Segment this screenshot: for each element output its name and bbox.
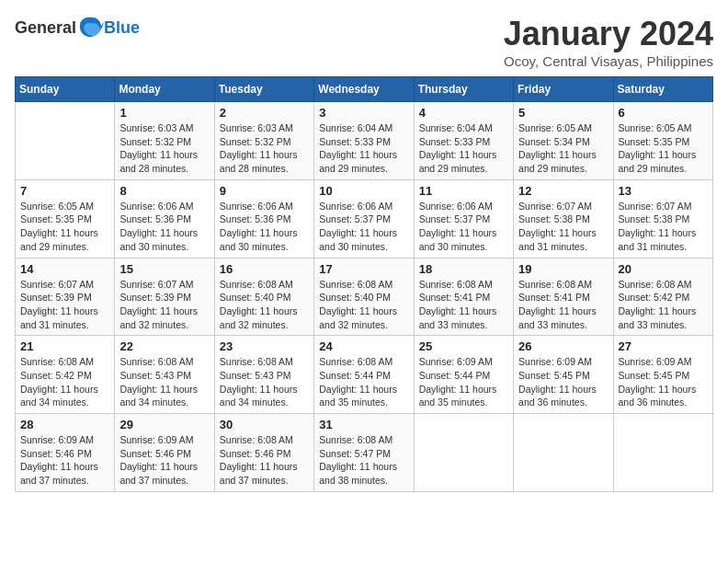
day-number: 18: [419, 262, 508, 276]
table-row: 22 Sunrise: 6:08 AMSunset: 5:43 PMDaylig…: [115, 336, 214, 414]
day-detail: Sunrise: 6:05 AMSunset: 5:35 PMDaylight:…: [20, 201, 98, 252]
logo-icon: [78, 15, 104, 40]
day-number: 23: [220, 339, 309, 353]
table-row: 6 Sunrise: 6:05 AMSunset: 5:35 PMDayligh…: [613, 102, 712, 180]
day-detail: Sunrise: 6:08 AMSunset: 5:41 PMDaylight:…: [518, 279, 597, 330]
table-row: 28 Sunrise: 6:09 AMSunset: 5:46 PMDaylig…: [16, 414, 115, 492]
table-row: 4 Sunrise: 6:04 AMSunset: 5:33 PMDayligh…: [414, 102, 513, 180]
col-friday: Friday: [514, 77, 613, 102]
day-detail: Sunrise: 6:07 AMSunset: 5:39 PMDaylight:…: [119, 279, 198, 330]
table-row: [16, 102, 115, 180]
logo-text-blue: Blue: [104, 18, 140, 38]
table-row: 3 Sunrise: 6:04 AMSunset: 5:33 PMDayligh…: [314, 102, 414, 180]
logo-text-general: General: [15, 18, 76, 38]
day-detail: Sunrise: 6:08 AMSunset: 5:41 PMDaylight:…: [419, 279, 497, 330]
day-number: 31: [319, 418, 408, 431]
table-row: [613, 414, 712, 492]
table-row: 19 Sunrise: 6:08 AMSunset: 5:41 PMDaylig…: [514, 258, 613, 336]
day-number: 15: [119, 262, 209, 276]
calendar-week-row: 7 Sunrise: 6:05 AMSunset: 5:35 PMDayligh…: [16, 179, 713, 258]
table-row: 27 Sunrise: 6:09 AMSunset: 5:45 PMDaylig…: [613, 336, 712, 414]
table-row: 10 Sunrise: 6:06 AMSunset: 5:37 PMDaylig…: [314, 179, 414, 258]
header: General Blue January 2024 Ocoy, Central …: [15, 15, 713, 69]
day-detail: Sunrise: 6:09 AMSunset: 5:46 PMDaylight:…: [119, 434, 198, 486]
day-number: 11: [419, 184, 508, 198]
day-detail: Sunrise: 6:06 AMSunset: 5:37 PMDaylight:…: [319, 201, 397, 252]
day-number: 14: [20, 262, 109, 276]
day-detail: Sunrise: 6:08 AMSunset: 5:43 PMDaylight:…: [220, 356, 298, 408]
day-number: 7: [20, 184, 109, 198]
table-row: 23 Sunrise: 6:08 AMSunset: 5:43 PMDaylig…: [214, 336, 313, 414]
day-detail: Sunrise: 6:06 AMSunset: 5:37 PMDaylight:…: [419, 201, 497, 252]
table-row: 20 Sunrise: 6:08 AMSunset: 5:42 PMDaylig…: [613, 258, 712, 336]
location-subtitle: Ocoy, Central Visayas, Philippines: [504, 53, 713, 69]
table-row: 11 Sunrise: 6:06 AMSunset: 5:37 PMDaylig…: [414, 179, 513, 258]
day-detail: Sunrise: 6:05 AMSunset: 5:35 PMDaylight:…: [619, 122, 697, 174]
month-title: January 2024: [504, 15, 713, 53]
table-row: [514, 414, 613, 492]
table-row: 2 Sunrise: 6:03 AMSunset: 5:32 PMDayligh…: [214, 102, 313, 180]
day-detail: Sunrise: 6:08 AMSunset: 5:46 PMDaylight:…: [220, 434, 298, 486]
table-row: 16 Sunrise: 6:08 AMSunset: 5:40 PMDaylig…: [214, 258, 313, 336]
day-detail: Sunrise: 6:07 AMSunset: 5:38 PMDaylight:…: [619, 201, 697, 252]
day-detail: Sunrise: 6:08 AMSunset: 5:43 PMDaylight:…: [119, 356, 198, 408]
col-tuesday: Tuesday: [214, 77, 313, 102]
calendar-week-row: 14 Sunrise: 6:07 AMSunset: 5:39 PMDaylig…: [16, 258, 713, 336]
table-row: 30 Sunrise: 6:08 AMSunset: 5:46 PMDaylig…: [214, 414, 313, 492]
table-row: [414, 414, 513, 492]
calendar-header-row: Sunday Monday Tuesday Wednesday Thursday…: [16, 77, 713, 102]
col-sunday: Sunday: [16, 77, 115, 102]
day-detail: Sunrise: 6:09 AMSunset: 5:44 PMDaylight:…: [419, 356, 497, 408]
day-number: 27: [619, 339, 708, 353]
day-number: 17: [319, 262, 408, 276]
calendar-week-row: 21 Sunrise: 6:08 AMSunset: 5:42 PMDaylig…: [16, 336, 713, 414]
calendar-week-row: 28 Sunrise: 6:09 AMSunset: 5:46 PMDaylig…: [16, 414, 713, 492]
day-detail: Sunrise: 6:04 AMSunset: 5:33 PMDaylight:…: [319, 122, 397, 174]
calendar-week-row: 1 Sunrise: 6:03 AMSunset: 5:32 PMDayligh…: [16, 102, 713, 180]
day-number: 26: [518, 339, 608, 353]
table-row: 24 Sunrise: 6:08 AMSunset: 5:44 PMDaylig…: [314, 336, 414, 414]
col-saturday: Saturday: [613, 77, 712, 102]
day-detail: Sunrise: 6:03 AMSunset: 5:32 PMDaylight:…: [119, 122, 198, 174]
table-row: 25 Sunrise: 6:09 AMSunset: 5:44 PMDaylig…: [414, 336, 513, 414]
day-detail: Sunrise: 6:04 AMSunset: 5:33 PMDaylight:…: [419, 122, 497, 174]
table-row: 29 Sunrise: 6:09 AMSunset: 5:46 PMDaylig…: [115, 414, 214, 492]
day-number: 9: [220, 184, 309, 198]
day-number: 19: [518, 262, 608, 276]
table-row: 5 Sunrise: 6:05 AMSunset: 5:34 PMDayligh…: [514, 102, 613, 180]
table-row: 13 Sunrise: 6:07 AMSunset: 5:38 PMDaylig…: [613, 179, 712, 258]
day-detail: Sunrise: 6:09 AMSunset: 5:45 PMDaylight:…: [518, 356, 597, 408]
calendar-table: Sunday Monday Tuesday Wednesday Thursday…: [15, 76, 713, 492]
table-row: 21 Sunrise: 6:08 AMSunset: 5:42 PMDaylig…: [16, 336, 115, 414]
day-detail: Sunrise: 6:05 AMSunset: 5:34 PMDaylight:…: [518, 122, 597, 174]
day-detail: Sunrise: 6:08 AMSunset: 5:40 PMDaylight:…: [220, 279, 298, 330]
day-number: 6: [619, 106, 708, 120]
logo: General Blue: [15, 15, 140, 40]
day-number: 30: [220, 418, 309, 431]
day-number: 8: [119, 184, 209, 198]
day-detail: Sunrise: 6:08 AMSunset: 5:42 PMDaylight:…: [20, 356, 98, 408]
day-detail: Sunrise: 6:08 AMSunset: 5:42 PMDaylight:…: [619, 279, 697, 330]
table-row: 18 Sunrise: 6:08 AMSunset: 5:41 PMDaylig…: [414, 258, 513, 336]
day-detail: Sunrise: 6:08 AMSunset: 5:47 PMDaylight:…: [319, 434, 397, 486]
day-detail: Sunrise: 6:07 AMSunset: 5:39 PMDaylight:…: [20, 279, 98, 330]
day-detail: Sunrise: 6:06 AMSunset: 5:36 PMDaylight:…: [220, 201, 298, 252]
table-row: 8 Sunrise: 6:06 AMSunset: 5:36 PMDayligh…: [115, 179, 214, 258]
day-detail: Sunrise: 6:08 AMSunset: 5:40 PMDaylight:…: [319, 279, 397, 330]
day-number: 21: [20, 339, 109, 353]
day-number: 22: [119, 339, 209, 353]
day-number: 28: [20, 418, 109, 431]
day-detail: Sunrise: 6:09 AMSunset: 5:45 PMDaylight:…: [619, 356, 697, 408]
day-number: 10: [319, 184, 408, 198]
table-row: 12 Sunrise: 6:07 AMSunset: 5:38 PMDaylig…: [514, 179, 613, 258]
table-row: 7 Sunrise: 6:05 AMSunset: 5:35 PMDayligh…: [16, 179, 115, 258]
title-area: January 2024 Ocoy, Central Visayas, Phil…: [504, 15, 713, 69]
day-number: 3: [319, 106, 408, 120]
day-number: 4: [419, 106, 508, 120]
col-wednesday: Wednesday: [314, 77, 414, 102]
day-number: 1: [119, 106, 209, 120]
day-number: 5: [518, 106, 608, 120]
day-number: 25: [419, 339, 508, 353]
day-number: 16: [220, 262, 309, 276]
table-row: 1 Sunrise: 6:03 AMSunset: 5:32 PMDayligh…: [115, 102, 214, 180]
